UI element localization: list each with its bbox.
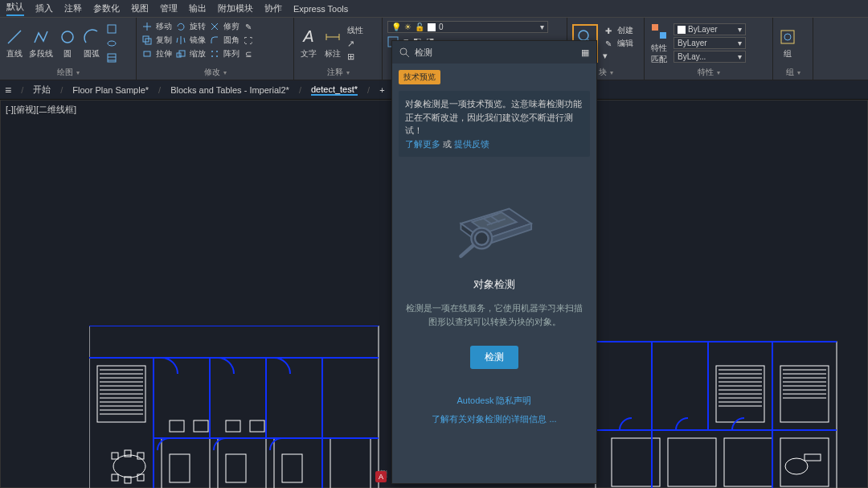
svg-rect-2 [108, 25, 116, 33]
trim-icon[interactable] [209, 21, 220, 32]
group-title-props[interactable]: 特性 [649, 65, 768, 78]
svg-rect-9 [144, 51, 150, 56]
svg-rect-47 [282, 454, 302, 482]
doc-tab-start[interactable]: 开始 [33, 84, 51, 96]
menu-tab-default[interactable]: 默认 [6, 1, 24, 16]
detection-illustration-icon [446, 187, 542, 260]
tool-group[interactable]: 组 [778, 27, 797, 59]
tool-stretch[interactable]: 拉伸 [156, 48, 172, 59]
fillet-icon[interactable] [209, 35, 220, 46]
tool-circle[interactable]: 圆 [58, 27, 77, 59]
tool-trim[interactable]: 修剪 [223, 21, 240, 32]
table-icon[interactable]: ⊞ [347, 51, 363, 62]
move-icon[interactable] [141, 21, 153, 32]
ribbon-group-annotate: A 文字 标注 线性 ↗ ⊞ 注释 [294, 18, 383, 80]
tool-group-label: 组 [784, 48, 792, 59]
color-dropdown[interactable]: ByLayer▾ [674, 23, 746, 35]
menu-tab-output[interactable]: 输出 [189, 2, 207, 14]
rotate-icon[interactable] [175, 21, 186, 32]
tool-circle-label: 圆 [63, 48, 72, 59]
tech-preview-badge: 技术预览 [399, 70, 440, 84]
menu-tab-addons[interactable]: 附加模块 [218, 2, 253, 14]
explode-icon[interactable]: ⛶ [243, 35, 254, 46]
tool-text[interactable]: A 文字 [299, 27, 318, 59]
svg-rect-48 [112, 453, 118, 459]
menu-tab-express[interactable]: Express Tools [293, 4, 348, 14]
tool-scale[interactable]: 缩放 [190, 48, 206, 59]
tool-block-create[interactable]: ✚创建 [603, 25, 633, 36]
text-icon: A [299, 27, 318, 47]
privacy-link[interactable]: Autodesk 隐私声明 [432, 395, 556, 407]
rect-icon[interactable] [106, 23, 117, 35]
svg-rect-89 [780, 438, 829, 486]
tool-dimension[interactable]: 标注 [323, 27, 342, 59]
tool-polyline[interactable]: 多段线 [29, 27, 53, 59]
panel-menu-icon[interactable]: ▦ [581, 47, 590, 58]
tool-arc[interactable]: 圆弧 [82, 27, 101, 59]
linetype-dropdown[interactable]: ByLayer▾ [674, 37, 746, 49]
detection-title: 对象检测 [473, 277, 515, 292]
group-title-group[interactable]: 组 [778, 65, 808, 78]
tool-match-label: 特性 匹配 [651, 43, 667, 65]
tool-move[interactable]: 移动 [156, 21, 172, 32]
group-title-annotate[interactable]: 注释 [299, 65, 377, 78]
panel-title: 检测 [415, 47, 432, 59]
tool-match-props[interactable]: 特性 匹配 [649, 22, 669, 65]
array-icon[interactable] [209, 48, 220, 59]
doc-tab-blocks[interactable]: Blocks and Tables - Imperial2* [170, 85, 289, 95]
block-insert-icon[interactable]: ▾ [603, 51, 633, 61]
tool-rotate[interactable]: 旋转 [190, 21, 206, 32]
menu-tab-collaborate[interactable]: 协作 [264, 2, 282, 14]
circle-icon [58, 27, 77, 47]
menu-tab-view[interactable]: 视图 [131, 2, 149, 14]
stretch-icon[interactable] [141, 48, 153, 59]
learn-more-link[interactable]: 了解更多 [405, 139, 440, 149]
ribbon-group-draw: 直线 多段线 圆 圆弧 绘图 [0, 18, 137, 80]
doc-tab-floorplan[interactable]: Floor Plan Sample* [72, 85, 149, 95]
detect-button[interactable]: 检测 [470, 346, 518, 369]
leader-icon[interactable]: ↗ [347, 39, 363, 49]
hamburger-icon[interactable]: ≡ [5, 84, 11, 96]
tool-fillet[interactable]: 圆角 [223, 35, 240, 46]
tool-copy[interactable]: 复制 [156, 35, 172, 46]
svg-point-3 [108, 41, 116, 46]
tool-block-edit[interactable]: ✎编辑 [603, 38, 633, 49]
doc-tab-detect[interactable]: detect_test* [311, 84, 358, 96]
color-swatch-icon [678, 26, 686, 34]
view-label[interactable]: [-][俯视][二维线框] [6, 104, 76, 116]
mirror-icon[interactable] [175, 35, 186, 46]
svg-point-97 [400, 48, 407, 55]
line-icon [5, 27, 24, 47]
svg-point-25 [784, 34, 791, 40]
group-title-draw[interactable]: 绘图 [5, 65, 131, 78]
panel-header[interactable]: 检测 ▦ [392, 41, 596, 64]
tool-linear[interactable]: 线性 [347, 25, 363, 36]
ellipse-icon[interactable] [106, 38, 117, 49]
layer-lightbulb-icon: 💡 [391, 23, 401, 31]
menu-tab-manage[interactable]: 管理 [160, 2, 178, 14]
svg-rect-91 [805, 454, 821, 461]
layer-dropdown[interactable]: 💡 ☀ 🔓 0 ▾ [387, 21, 548, 33]
menu-tab-annotate[interactable]: 注释 [64, 2, 82, 14]
tool-mirror[interactable]: 镜像 [190, 35, 206, 46]
erase-icon[interactable]: ✎ [243, 21, 254, 32]
hatch-icon[interactable] [106, 52, 117, 64]
dimension-icon [323, 27, 342, 47]
svg-point-20 [579, 31, 588, 40]
add-tab-icon[interactable]: + [379, 85, 384, 95]
lineweight-dropdown[interactable]: ByLay...▾ [674, 51, 746, 63]
group-title-modify[interactable]: 修改 [141, 65, 289, 78]
menu-tab-parametric[interactable]: 参数化 [93, 2, 120, 14]
menu-tab-insert[interactable]: 插入 [35, 2, 53, 14]
tool-array[interactable]: 阵列 [223, 48, 240, 59]
ribbon-group-group: 组 组 [773, 18, 813, 80]
offset-icon[interactable]: ⊆ [243, 48, 254, 59]
tool-arc-label: 圆弧 [84, 48, 100, 59]
scale-icon[interactable] [175, 48, 186, 59]
svg-point-104 [475, 232, 489, 245]
tool-line[interactable]: 直线 [5, 27, 24, 59]
svg-rect-51 [112, 474, 118, 481]
copy-icon[interactable] [141, 35, 153, 46]
feedback-link[interactable]: 提供反馈 [454, 139, 489, 149]
detection-info-link[interactable]: 了解有关对象检测的详细信息 ... [432, 413, 556, 425]
